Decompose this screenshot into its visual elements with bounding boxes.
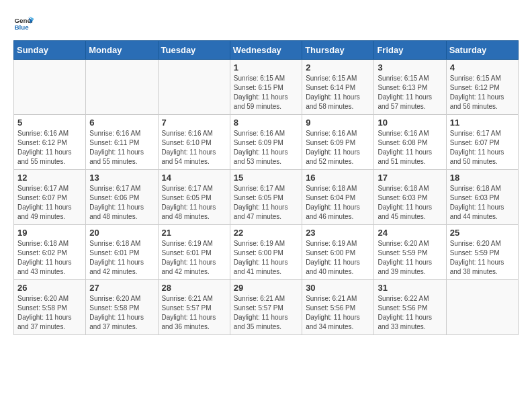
calendar-cell: 11Sunrise: 6:17 AM Sunset: 6:07 PM Dayli…: [446, 115, 518, 170]
calendar-cell: 30Sunrise: 6:21 AM Sunset: 5:56 PM Dayli…: [302, 280, 374, 335]
day-number: 1: [234, 62, 298, 73]
calendar-cell: 17Sunrise: 6:18 AM Sunset: 6:03 PM Dayli…: [374, 170, 446, 225]
day-number: 4: [450, 62, 515, 73]
weekday-header-row: SundayMondayTuesdayWednesdayThursdayFrid…: [14, 41, 519, 60]
calendar-cell: 12Sunrise: 6:17 AM Sunset: 6:07 PM Dayli…: [14, 170, 86, 225]
day-number: 24: [378, 228, 442, 238]
day-number: 17: [378, 173, 442, 183]
day-info: Sunrise: 6:20 AM Sunset: 5:59 PM Dayligh…: [450, 239, 515, 277]
day-number: 5: [17, 118, 82, 128]
weekday-header-thursday: Thursday: [302, 41, 374, 60]
day-number: 26: [17, 283, 82, 293]
day-info: Sunrise: 6:15 AM Sunset: 6:14 PM Dayligh…: [306, 74, 370, 111]
day-info: Sunrise: 6:18 AM Sunset: 6:02 PM Dayligh…: [17, 239, 82, 277]
calendar-cell: 15Sunrise: 6:17 AM Sunset: 6:05 PM Dayli…: [230, 170, 302, 225]
day-number: 25: [450, 228, 515, 238]
day-number: 30: [306, 283, 370, 293]
calendar-cell: 22Sunrise: 6:19 AM Sunset: 6:00 PM Dayli…: [230, 225, 302, 280]
day-info: Sunrise: 6:15 AM Sunset: 6:15 PM Dayligh…: [234, 74, 298, 111]
day-number: 31: [378, 283, 442, 293]
calendar-cell: 31Sunrise: 6:22 AM Sunset: 5:56 PM Dayli…: [374, 280, 446, 335]
day-info: Sunrise: 6:21 AM Sunset: 5:56 PM Dayligh…: [306, 294, 370, 332]
calendar-cell: [86, 60, 158, 115]
day-info: Sunrise: 6:17 AM Sunset: 6:06 PM Dayligh…: [89, 184, 154, 222]
logo: General Blue: [13, 13, 36, 34]
calendar-cell: 7Sunrise: 6:16 AM Sunset: 6:10 PM Daylig…: [158, 115, 230, 170]
day-number: 22: [234, 228, 298, 238]
day-info: Sunrise: 6:15 AM Sunset: 6:12 PM Dayligh…: [450, 74, 515, 111]
calendar-cell: 21Sunrise: 6:19 AM Sunset: 6:01 PM Dayli…: [158, 225, 230, 280]
weekday-header-sunday: Sunday: [14, 41, 86, 60]
day-info: Sunrise: 6:17 AM Sunset: 6:07 PM Dayligh…: [450, 129, 515, 167]
day-number: 7: [162, 118, 226, 128]
day-info: Sunrise: 6:18 AM Sunset: 6:03 PM Dayligh…: [378, 184, 442, 222]
calendar-cell: 19Sunrise: 6:18 AM Sunset: 6:02 PM Dayli…: [14, 225, 86, 280]
weekday-header-wednesday: Wednesday: [230, 41, 302, 60]
calendar-cell: 4Sunrise: 6:15 AM Sunset: 6:12 PM Daylig…: [446, 60, 518, 115]
day-number: 14: [162, 173, 226, 183]
day-number: 19: [17, 228, 82, 238]
calendar-cell: 20Sunrise: 6:18 AM Sunset: 6:01 PM Dayli…: [86, 225, 158, 280]
logo-icon: General Blue: [13, 13, 34, 34]
day-number: 11: [450, 118, 515, 128]
day-info: Sunrise: 6:16 AM Sunset: 6:12 PM Dayligh…: [17, 129, 82, 167]
calendar-cell: 1Sunrise: 6:15 AM Sunset: 6:15 PM Daylig…: [230, 60, 302, 115]
day-number: 6: [89, 118, 154, 128]
calendar-cell: 14Sunrise: 6:17 AM Sunset: 6:05 PM Dayli…: [158, 170, 230, 225]
day-info: Sunrise: 6:16 AM Sunset: 6:09 PM Dayligh…: [306, 129, 370, 167]
day-info: Sunrise: 6:19 AM Sunset: 6:01 PM Dayligh…: [162, 239, 226, 277]
calendar-cell: 6Sunrise: 6:16 AM Sunset: 6:11 PM Daylig…: [86, 115, 158, 170]
day-info: Sunrise: 6:18 AM Sunset: 6:03 PM Dayligh…: [450, 184, 515, 222]
day-info: Sunrise: 6:19 AM Sunset: 6:00 PM Dayligh…: [306, 239, 370, 277]
calendar-cell: [446, 280, 518, 335]
day-info: Sunrise: 6:22 AM Sunset: 5:56 PM Dayligh…: [378, 294, 442, 332]
calendar-cell: 25Sunrise: 6:20 AM Sunset: 5:59 PM Dayli…: [446, 225, 518, 280]
day-info: Sunrise: 6:21 AM Sunset: 5:57 PM Dayligh…: [234, 294, 298, 332]
day-number: 28: [162, 283, 226, 293]
calendar-cell: 16Sunrise: 6:18 AM Sunset: 6:04 PM Dayli…: [302, 170, 374, 225]
calendar-cell: [158, 60, 230, 115]
day-info: Sunrise: 6:16 AM Sunset: 6:08 PM Dayligh…: [378, 129, 442, 167]
day-info: Sunrise: 6:17 AM Sunset: 6:05 PM Dayligh…: [234, 184, 298, 222]
calendar-cell: 28Sunrise: 6:21 AM Sunset: 5:57 PM Dayli…: [158, 280, 230, 335]
day-info: Sunrise: 6:17 AM Sunset: 6:07 PM Dayligh…: [17, 184, 82, 222]
day-info: Sunrise: 6:18 AM Sunset: 6:04 PM Dayligh…: [306, 184, 370, 222]
calendar-cell: 8Sunrise: 6:16 AM Sunset: 6:09 PM Daylig…: [230, 115, 302, 170]
day-number: 13: [89, 173, 154, 183]
day-number: 23: [306, 228, 370, 238]
day-number: 3: [378, 62, 442, 73]
day-info: Sunrise: 6:16 AM Sunset: 6:10 PM Dayligh…: [162, 129, 226, 167]
calendar-week-2: 12Sunrise: 6:17 AM Sunset: 6:07 PM Dayli…: [14, 170, 519, 225]
calendar-week-1: 5Sunrise: 6:16 AM Sunset: 6:12 PM Daylig…: [14, 115, 519, 170]
day-info: Sunrise: 6:18 AM Sunset: 6:01 PM Dayligh…: [89, 239, 154, 277]
day-number: 27: [89, 283, 154, 293]
calendar-cell: 23Sunrise: 6:19 AM Sunset: 6:00 PM Dayli…: [302, 225, 374, 280]
calendar-week-0: 1Sunrise: 6:15 AM Sunset: 6:15 PM Daylig…: [14, 60, 519, 115]
day-info: Sunrise: 6:15 AM Sunset: 6:13 PM Dayligh…: [378, 74, 442, 111]
calendar-cell: 18Sunrise: 6:18 AM Sunset: 6:03 PM Dayli…: [446, 170, 518, 225]
calendar-week-3: 19Sunrise: 6:18 AM Sunset: 6:02 PM Dayli…: [14, 225, 519, 280]
day-number: 9: [306, 118, 370, 128]
day-info: Sunrise: 6:20 AM Sunset: 5:59 PM Dayligh…: [378, 239, 442, 277]
weekday-header-friday: Friday: [374, 41, 446, 60]
page-header: General Blue: [13, 13, 519, 34]
calendar-cell: 5Sunrise: 6:16 AM Sunset: 6:12 PM Daylig…: [14, 115, 86, 170]
calendar-cell: 2Sunrise: 6:15 AM Sunset: 6:14 PM Daylig…: [302, 60, 374, 115]
day-number: 20: [89, 228, 154, 238]
day-info: Sunrise: 6:19 AM Sunset: 6:00 PM Dayligh…: [234, 239, 298, 277]
calendar-cell: 29Sunrise: 6:21 AM Sunset: 5:57 PM Dayli…: [230, 280, 302, 335]
day-info: Sunrise: 6:20 AM Sunset: 5:58 PM Dayligh…: [89, 294, 154, 332]
day-number: 2: [306, 62, 370, 73]
calendar-cell: 27Sunrise: 6:20 AM Sunset: 5:58 PM Dayli…: [86, 280, 158, 335]
calendar-cell: 3Sunrise: 6:15 AM Sunset: 6:13 PM Daylig…: [374, 60, 446, 115]
day-number: 18: [450, 173, 515, 183]
calendar-table: SundayMondayTuesdayWednesdayThursdayFrid…: [13, 40, 519, 335]
calendar-cell: 26Sunrise: 6:20 AM Sunset: 5:58 PM Dayli…: [14, 280, 86, 335]
calendar-cell: 10Sunrise: 6:16 AM Sunset: 6:08 PM Dayli…: [374, 115, 446, 170]
weekday-header-saturday: Saturday: [446, 41, 518, 60]
svg-text:Blue: Blue: [15, 24, 30, 31]
day-info: Sunrise: 6:20 AM Sunset: 5:58 PM Dayligh…: [17, 294, 82, 332]
calendar-cell: 9Sunrise: 6:16 AM Sunset: 6:09 PM Daylig…: [302, 115, 374, 170]
day-number: 21: [162, 228, 226, 238]
day-info: Sunrise: 6:21 AM Sunset: 5:57 PM Dayligh…: [162, 294, 226, 332]
